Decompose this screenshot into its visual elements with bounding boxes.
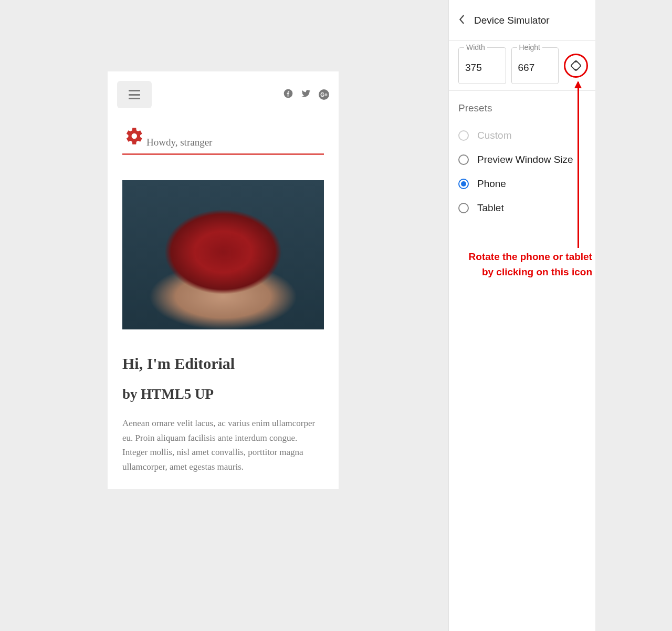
- rotate-button[interactable]: [564, 54, 588, 78]
- post-title: Hi, I'm Editorial: [122, 355, 324, 373]
- preview-header: G+: [108, 71, 339, 112]
- panel-header: Device Simulator: [449, 0, 595, 41]
- chevron-left-icon: [458, 15, 465, 24]
- device-simulator-panel: Device Simulator Width Height Presets Cu…: [448, 0, 595, 631]
- preset-phone[interactable]: Phone: [458, 172, 586, 196]
- presets-section: Presets Custom Preview Window Size Phone…: [449, 91, 595, 232]
- googleplus-icon[interactable]: G+: [319, 89, 329, 100]
- preset-custom[interactable]: Custom: [458, 123, 586, 148]
- rotate-icon: [570, 59, 582, 72]
- post-subtitle: by HTML5 UP: [122, 386, 324, 402]
- radio-icon: [458, 154, 469, 165]
- feature-image: [122, 180, 324, 329]
- annotation-arrow: [578, 82, 579, 248]
- dimension-controls: Width Height: [449, 41, 595, 91]
- radio-icon: [458, 179, 469, 189]
- width-input[interactable]: [465, 62, 499, 74]
- height-field[interactable]: Height: [511, 47, 559, 84]
- width-field[interactable]: Width: [458, 47, 506, 84]
- radio-icon: [458, 203, 469, 213]
- site-greeting: Howdy, stranger: [146, 137, 212, 149]
- back-button[interactable]: [458, 15, 465, 26]
- preset-label: Phone: [477, 178, 506, 190]
- post-copy: Aenean ornare velit lacus, ac varius eni…: [122, 416, 324, 474]
- width-label: Width: [464, 43, 487, 51]
- preset-label: Custom: [477, 130, 511, 141]
- facebook-icon[interactable]: [283, 88, 293, 101]
- menu-button[interactable]: [117, 81, 152, 108]
- annotation-text: Rotate the phone or tablet by clicking o…: [457, 249, 592, 280]
- preview-canvas: G+ Howdy, stranger Hi, I'm Editorial by …: [0, 0, 448, 631]
- gear-logo-icon: [122, 125, 144, 149]
- preset-preview-window[interactable]: Preview Window Size: [458, 148, 586, 172]
- post-body: Hi, I'm Editorial by HTML5 UP Aenean orn…: [108, 329, 339, 474]
- preset-label: Tablet: [477, 202, 504, 214]
- radio-icon: [458, 130, 469, 141]
- panel-title: Device Simulator: [474, 15, 550, 26]
- preset-tablet[interactable]: Tablet: [458, 196, 586, 220]
- social-icons: G+: [283, 88, 329, 101]
- height-input[interactable]: [518, 62, 552, 74]
- site-logo-row: Howdy, stranger: [108, 112, 339, 153]
- title-underline: [122, 153, 324, 155]
- twitter-icon[interactable]: [301, 89, 311, 100]
- height-label: Height: [517, 43, 542, 51]
- preset-label: Preview Window Size: [477, 154, 573, 165]
- device-preview-frame: G+ Howdy, stranger Hi, I'm Editorial by …: [108, 71, 339, 489]
- presets-heading: Presets: [458, 102, 586, 114]
- hamburger-icon: [129, 90, 140, 99]
